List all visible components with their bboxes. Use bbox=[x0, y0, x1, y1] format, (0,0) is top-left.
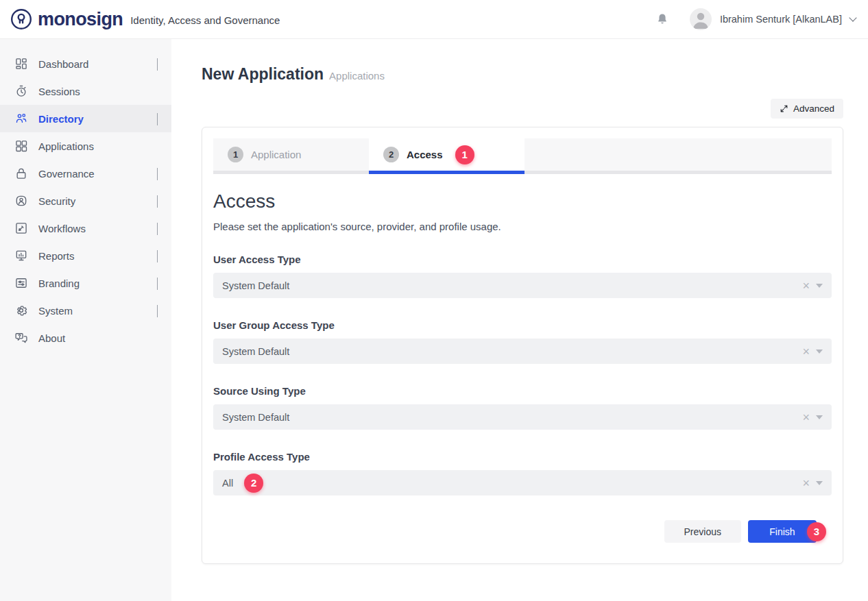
sidebar-item-system[interactable]: System bbox=[0, 297, 171, 324]
field-label: Source Using Type bbox=[213, 385, 832, 397]
branding-icon bbox=[14, 275, 29, 291]
page-header: New Application Applications bbox=[202, 39, 843, 84]
caret-down-icon bbox=[816, 415, 823, 419]
tab-application[interactable]: 1 Application bbox=[213, 138, 369, 171]
chevron-down-icon bbox=[157, 305, 158, 317]
tab-access[interactable]: 2 Access 1 bbox=[369, 138, 525, 171]
section-description: Please set the application's source, pro… bbox=[213, 221, 832, 232]
clear-icon[interactable]: × bbox=[802, 477, 810, 489]
sidebar-item-label: Security bbox=[38, 195, 75, 207]
field-label: User Group Access Type bbox=[213, 319, 832, 331]
advanced-button[interactable]: Advanced bbox=[771, 99, 843, 119]
user-menu[interactable]: Ibrahim Senturk [AlkanLAB] bbox=[690, 8, 856, 30]
clear-icon[interactable]: × bbox=[802, 345, 810, 358]
applications-icon bbox=[14, 138, 29, 154]
profile-access-type-select[interactable]: All 2 × bbox=[213, 470, 832, 495]
sidebar-item-applications[interactable]: Applications bbox=[0, 132, 171, 160]
tabs-spacer bbox=[525, 138, 832, 171]
sidebar-item-reports[interactable]: Reports bbox=[0, 242, 171, 269]
sidebar-item-label: Sessions bbox=[38, 86, 80, 97]
sidebar-item-about[interactable]: About bbox=[0, 324, 171, 352]
sidebar-item-dashboard[interactable]: Dashboard bbox=[0, 50, 171, 77]
toolbar: Advanced bbox=[202, 99, 843, 119]
wizard-actions: Previous Finish 3 bbox=[213, 520, 832, 543]
tab-underline-strip bbox=[213, 171, 832, 174]
brand-logo[interactable]: monosign bbox=[10, 8, 123, 31]
sidebar-item-label: System bbox=[38, 305, 73, 317]
sidebar-item-label: Branding bbox=[38, 278, 80, 289]
field-profile-access-type: Profile Access Type All 2 × bbox=[213, 451, 832, 495]
expand-icon bbox=[780, 104, 788, 113]
advanced-button-label: Advanced bbox=[793, 103, 834, 114]
workflows-icon bbox=[14, 221, 29, 236]
tab-label: Access bbox=[407, 149, 443, 160]
user-access-type-select[interactable]: System Default × bbox=[213, 273, 832, 298]
header-right: Ibrahim Senturk [AlkanLAB] bbox=[655, 8, 856, 30]
chevron-down-icon bbox=[157, 58, 158, 70]
chevron-down-icon bbox=[157, 113, 158, 125]
source-using-type-select[interactable]: System Default × bbox=[213, 404, 832, 430]
tab-label: Application bbox=[251, 149, 301, 160]
sidebar-item-label: Applications bbox=[38, 140, 94, 152]
sidebar-item-label: Dashboard bbox=[38, 58, 88, 70]
sidebar-item-label: Directory bbox=[38, 113, 84, 125]
about-icon bbox=[14, 330, 29, 345]
breadcrumb: Applications bbox=[329, 70, 385, 82]
directory-icon bbox=[14, 111, 29, 126]
sessions-icon bbox=[14, 84, 29, 99]
security-icon bbox=[14, 193, 29, 208]
step-number: 1 bbox=[228, 147, 243, 162]
field-label: Profile Access Type bbox=[213, 451, 832, 463]
annotation-badge-3: 3 bbox=[807, 522, 826, 541]
dashboard-icon bbox=[14, 56, 29, 71]
sidebar-item-label: Governance bbox=[38, 168, 95, 180]
section-heading: Access bbox=[213, 191, 832, 212]
sidebar-item-branding[interactable]: Branding bbox=[0, 269, 171, 297]
user-name: Ibrahim Senturk [AlkanLAB] bbox=[720, 14, 842, 25]
wizard-steps: 1 Application 2 Access 1 bbox=[213, 138, 832, 171]
brand-tagline: Identity, Access and Governance bbox=[130, 14, 280, 26]
field-label: User Access Type bbox=[213, 254, 832, 265]
finish-button[interactable]: Finish bbox=[748, 520, 817, 543]
sidebar-item-workflows[interactable]: Workflows bbox=[0, 214, 171, 242]
main-content: New Application Applications Advanced 1 … bbox=[171, 39, 868, 601]
field-user-group-access-type: User Group Access Type System Default × bbox=[213, 319, 832, 364]
chevron-down-icon bbox=[849, 14, 856, 21]
active-tab-underline bbox=[369, 171, 525, 174]
sidebar-item-security[interactable]: Security bbox=[0, 187, 171, 214]
sidebar-item-sessions[interactable]: Sessions bbox=[0, 77, 171, 105]
brand-name: monosign bbox=[38, 9, 123, 30]
top-header: monosign Identity, Access and Governance… bbox=[0, 0, 868, 39]
caret-down-icon bbox=[816, 349, 823, 354]
sidebar-item-directory[interactable]: Directory bbox=[0, 105, 171, 132]
field-user-access-type: User Access Type System Default × bbox=[213, 254, 832, 298]
chevron-down-icon bbox=[157, 168, 158, 180]
logo-icon bbox=[10, 8, 33, 31]
app-window: monosign Identity, Access and Governance… bbox=[0, 0, 868, 601]
annotation-badge-2: 2 bbox=[244, 474, 263, 493]
sidebar-item-governance[interactable]: Governance bbox=[0, 160, 171, 187]
annotation-badge-1: 1 bbox=[455, 145, 474, 164]
page-title: New Application bbox=[202, 65, 324, 84]
user-group-access-type-select[interactable]: System Default × bbox=[213, 339, 832, 364]
previous-button[interactable]: Previous bbox=[664, 520, 741, 543]
clear-icon[interactable]: × bbox=[802, 411, 810, 424]
clear-icon[interactable]: × bbox=[802, 280, 810, 292]
caret-down-icon bbox=[816, 284, 823, 288]
governance-icon bbox=[14, 166, 29, 181]
select-value: System Default bbox=[222, 280, 289, 291]
select-value: All bbox=[222, 478, 233, 489]
select-value: System Default bbox=[222, 412, 289, 423]
system-icon bbox=[14, 303, 29, 318]
chevron-down-icon bbox=[157, 278, 158, 289]
field-source-using-type: Source Using Type System Default × bbox=[213, 385, 832, 430]
sidebar-item-label: Workflows bbox=[38, 223, 86, 234]
step-number: 2 bbox=[383, 147, 399, 162]
select-value: System Default bbox=[222, 346, 289, 357]
chevron-down-icon bbox=[157, 250, 158, 262]
sidebar-item-label: Reports bbox=[38, 250, 75, 262]
sidebar-item-label: About bbox=[38, 332, 65, 344]
reports-icon bbox=[14, 248, 29, 263]
bell-icon[interactable] bbox=[655, 12, 669, 26]
chevron-down-icon bbox=[157, 223, 158, 234]
